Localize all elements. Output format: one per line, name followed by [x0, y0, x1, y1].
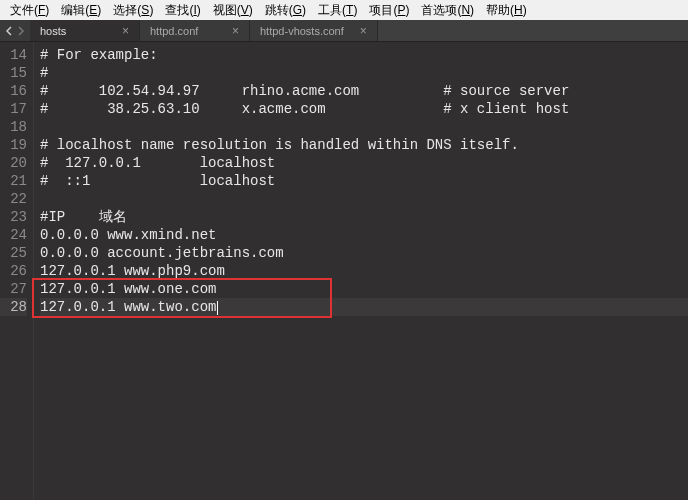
- tab-strip: hosts×httpd.conf×httpd-vhosts.conf×: [0, 20, 688, 42]
- menu-item-accelerator: (F): [34, 3, 49, 17]
- line-number: 20: [0, 154, 27, 172]
- line-number: 21: [0, 172, 27, 190]
- menu-item-label: 首选项: [421, 3, 457, 17]
- code-line: [40, 190, 688, 208]
- line-number: 24: [0, 226, 27, 244]
- line-number: 19: [0, 136, 27, 154]
- close-icon[interactable]: ×: [122, 25, 129, 37]
- menu-item-label: 跳转: [265, 3, 289, 17]
- tab[interactable]: httpd.conf×: [140, 20, 250, 41]
- menu-item-accelerator: (N): [457, 3, 474, 17]
- line-number: 25: [0, 244, 27, 262]
- menu-item[interactable]: 帮助(H): [480, 0, 533, 21]
- code-area[interactable]: # For example:## 102.54.94.97 rhino.acme…: [34, 42, 688, 500]
- menu-item[interactable]: 文件(F): [4, 0, 55, 21]
- line-number: 26: [0, 262, 27, 280]
- tab-strip-bg: [378, 20, 688, 41]
- menu-item[interactable]: 编辑(E): [55, 0, 107, 21]
- nav-forward-icon[interactable]: [16, 26, 26, 36]
- menu-item-accelerator: (I): [189, 3, 200, 17]
- line-number: 16: [0, 82, 27, 100]
- tab-label: hosts: [40, 25, 66, 37]
- code-line: # 102.54.94.97 rhino.acme.com # source s…: [40, 82, 688, 100]
- line-number: 27: [0, 280, 27, 298]
- code-line: # 38.25.63.10 x.acme.com # x client host: [40, 100, 688, 118]
- menu-item-accelerator: (T): [342, 3, 357, 17]
- code-line: [40, 118, 688, 136]
- menu-item-label: 查找: [165, 3, 189, 17]
- menu-item[interactable]: 跳转(G): [259, 0, 312, 21]
- tab-label: httpd.conf: [150, 25, 198, 37]
- code-line: #: [40, 64, 688, 82]
- menu-item[interactable]: 工具(T): [312, 0, 363, 21]
- line-number: 22: [0, 190, 27, 208]
- code-line: # localhost name resolution is handled w…: [40, 136, 688, 154]
- code-line: 0.0.0.0 account.jetbrains.com: [40, 244, 688, 262]
- editor: 141516171819202122232425262728 # For exa…: [0, 42, 688, 500]
- line-number: 28: [0, 298, 27, 316]
- menu-item-accelerator: (P): [393, 3, 409, 17]
- tabs-container: hosts×httpd.conf×httpd-vhosts.conf×: [30, 20, 378, 41]
- menu-item-label: 文件: [10, 3, 34, 17]
- menu-bar: 文件(F)编辑(E)选择(S)查找(I)视图(V)跳转(G)工具(T)项目(P)…: [0, 0, 688, 20]
- tab-nav-arrows: [0, 20, 30, 41]
- close-icon[interactable]: ×: [360, 25, 367, 37]
- line-number: 14: [0, 46, 27, 64]
- menu-item[interactable]: 查找(I): [159, 0, 206, 21]
- nav-back-icon[interactable]: [4, 26, 14, 36]
- menu-item-label: 选择: [113, 3, 137, 17]
- menu-item-accelerator: (H): [510, 3, 527, 17]
- code-line: 127.0.0.1 www.one.com: [40, 280, 688, 298]
- tab-label: httpd-vhosts.conf: [260, 25, 344, 37]
- line-number: 15: [0, 64, 27, 82]
- tab[interactable]: httpd-vhosts.conf×: [250, 20, 378, 41]
- code-line: # ::1 localhost: [40, 172, 688, 190]
- code-line: # For example:: [40, 46, 688, 64]
- menu-item-accelerator: (G): [289, 3, 306, 17]
- menu-item[interactable]: 选择(S): [107, 0, 159, 21]
- menu-item-label: 帮助: [486, 3, 510, 17]
- code-line: #IP 域名: [40, 208, 688, 226]
- menu-item[interactable]: 首选项(N): [415, 0, 480, 21]
- code-line: # 127.0.0.1 localhost: [40, 154, 688, 172]
- line-number: 17: [0, 100, 27, 118]
- line-number: 23: [0, 208, 27, 226]
- menu-item-accelerator: (S): [137, 3, 153, 17]
- code-line: 127.0.0.1 www.php9.com: [40, 262, 688, 280]
- menu-item-label: 视图: [213, 3, 237, 17]
- text-cursor: [217, 301, 218, 315]
- menu-item-label: 工具: [318, 3, 342, 17]
- line-number-gutter: 141516171819202122232425262728: [0, 42, 34, 500]
- line-number: 18: [0, 118, 27, 136]
- menu-item[interactable]: 项目(P): [363, 0, 415, 21]
- menu-item[interactable]: 视图(V): [207, 0, 259, 21]
- tab[interactable]: hosts×: [30, 20, 140, 41]
- code-line: 0.0.0.0 www.xmind.net: [40, 226, 688, 244]
- menu-item-accelerator: (V): [237, 3, 253, 17]
- code-line: 127.0.0.1 www.two.com: [40, 298, 688, 316]
- close-icon[interactable]: ×: [232, 25, 239, 37]
- menu-item-label: 项目: [369, 3, 393, 17]
- menu-item-label: 编辑: [61, 3, 85, 17]
- menu-item-accelerator: (E): [85, 3, 101, 17]
